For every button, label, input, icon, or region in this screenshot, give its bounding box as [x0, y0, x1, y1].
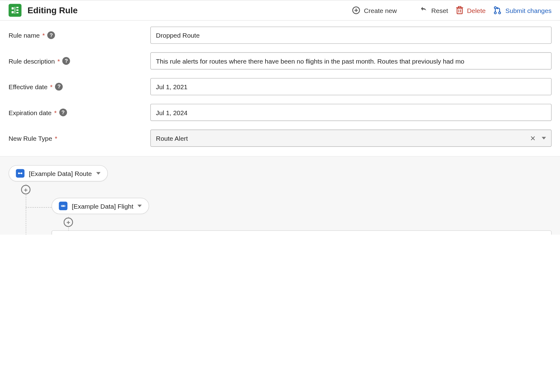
required-marker: * — [42, 31, 45, 39]
tree-node-route: [Example Data] Route — [9, 165, 552, 181]
caret-down-icon — [542, 137, 546, 139]
row-rule-type: New Rule Type * Route Alert ✕ — [9, 130, 552, 147]
label-text: Effective date — [9, 83, 48, 90]
label-rule-type: New Rule Type * — [9, 135, 151, 142]
column-filter-card: COLUMN FILTER Negate filter — [52, 230, 552, 235]
svg-rect-4 — [16, 12, 19, 13]
builder-tree: [Example Data] Route + [Example Data] Fl… — [9, 165, 552, 235]
pull-request-icon — [493, 6, 502, 15]
route-pill[interactable]: [Example Data] Route — [9, 165, 108, 181]
svg-point-23 — [64, 206, 65, 206]
add-node-button[interactable]: + — [21, 185, 31, 194]
required-marker: * — [55, 135, 57, 142]
row-expiration-date: Expiration date * ? — [9, 104, 552, 121]
caret-down-icon — [96, 172, 100, 174]
rule-description-input[interactable] — [151, 52, 552, 70]
label-rule-description: Rule description * ? — [9, 57, 151, 65]
page-title: Editing Rule — [28, 5, 352, 15]
svg-rect-0 — [12, 7, 14, 10]
required-marker: * — [50, 83, 53, 90]
svg-rect-3 — [16, 10, 19, 11]
route-pill-label: [Example Data] Route — [29, 170, 92, 177]
expiration-date-input[interactable] — [151, 104, 552, 121]
delete-button[interactable]: Delete — [456, 6, 486, 15]
label-expiration-date: Expiration date * ? — [9, 109, 151, 116]
svg-rect-1 — [12, 11, 14, 13]
label-rule-name: Rule name * ? — [9, 31, 151, 39]
add-node-button[interactable]: + — [64, 218, 73, 227]
label-effective-date: Effective date * ? — [9, 83, 151, 90]
help-icon[interactable]: ? — [47, 31, 55, 39]
builder-area: [Example Data] Route + [Example Data] Fl… — [0, 156, 560, 235]
caret-down-icon — [138, 205, 142, 207]
required-marker: * — [54, 109, 57, 116]
submit-label: Submit changes — [505, 7, 552, 14]
effective-date-input[interactable] — [151, 78, 552, 95]
object-type-icon — [16, 169, 24, 178]
object-type-icon — [59, 202, 67, 210]
svg-rect-20 — [19, 173, 21, 173]
svg-point-15 — [494, 12, 496, 14]
label-text: Rule description — [9, 57, 55, 65]
reset-label: Reset — [431, 7, 448, 14]
label-text: New Rule Type — [9, 135, 52, 142]
help-icon[interactable]: ? — [55, 83, 63, 90]
row-rule-name: Rule name * ? — [9, 27, 552, 44]
svg-rect-5 — [15, 7, 15, 14]
submit-changes-button[interactable]: Submit changes — [493, 6, 551, 15]
header-actions: Create new Reset Delete — [352, 6, 552, 15]
create-new-button[interactable]: Create new — [352, 6, 397, 15]
svg-point-16 — [499, 12, 501, 14]
rule-name-input[interactable] — [151, 27, 552, 44]
delete-label: Delete — [467, 7, 486, 14]
svg-rect-13 — [458, 6, 461, 8]
create-new-label: Create new — [364, 7, 397, 14]
rule-form: Rule name * ? Rule description * ? Effec… — [0, 21, 560, 157]
reset-button[interactable]: Reset — [419, 6, 448, 15]
tree-line — [26, 207, 51, 207]
svg-point-14 — [494, 7, 496, 9]
create-new-dropdown[interactable] — [405, 8, 411, 13]
flight-pill[interactable]: [Example Data] Flight — [52, 198, 149, 214]
tree-node-flight: [Example Data] Flight + COLUMN FILTER — [52, 198, 552, 235]
row-effective-date: Effective date * ? — [9, 78, 552, 95]
help-icon[interactable]: ? — [62, 57, 70, 65]
header-bar: Editing Rule Create new Reset — [0, 0, 560, 21]
undo-icon — [419, 6, 428, 15]
clear-icon[interactable]: ✕ — [530, 134, 536, 142]
flight-pill-label: [Example Data] Flight — [72, 202, 133, 210]
row-rule-description: Rule description * ? — [9, 52, 552, 70]
app-icon — [9, 4, 22, 17]
svg-rect-2 — [16, 7, 19, 8]
trash-icon — [456, 6, 464, 15]
label-text: Rule name — [9, 31, 40, 39]
svg-point-22 — [62, 206, 62, 206]
label-text: Expiration date — [9, 109, 52, 116]
help-icon[interactable]: ? — [59, 109, 67, 116]
required-marker: * — [57, 57, 60, 65]
svg-rect-9 — [457, 8, 462, 14]
rule-type-select[interactable]: Route Alert ✕ — [151, 130, 552, 147]
plus-circle-icon — [352, 6, 361, 15]
rule-type-value: Route Alert — [156, 135, 188, 142]
rules-icon — [11, 6, 19, 14]
